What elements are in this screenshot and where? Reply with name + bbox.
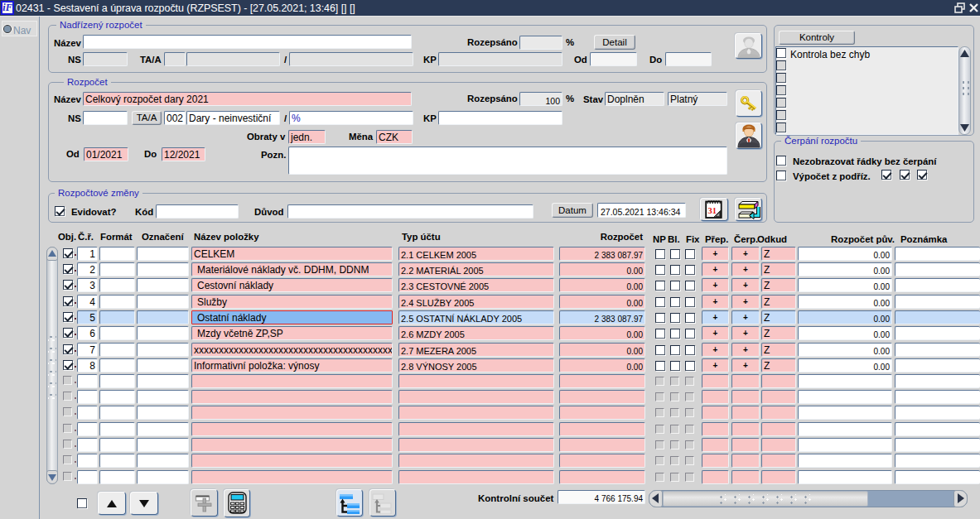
svg-text:31: 31 <box>708 206 717 215</box>
